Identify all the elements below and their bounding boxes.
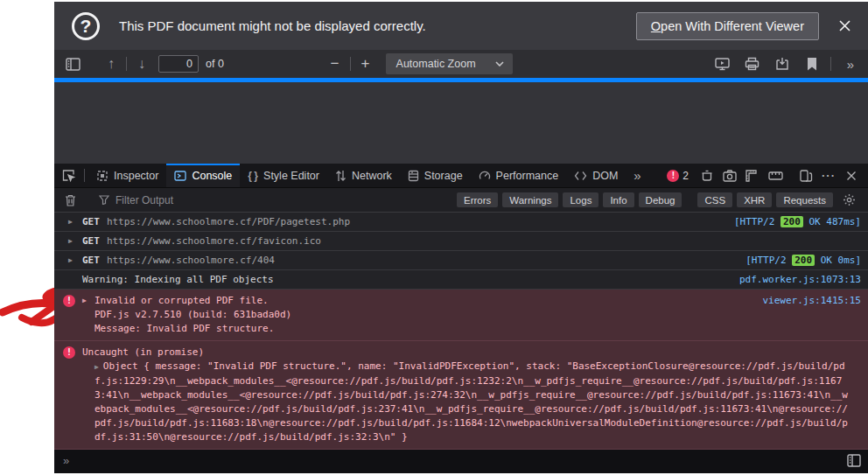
measure-icon[interactable] — [764, 171, 787, 181]
twisty-icon[interactable]: ▶ — [68, 251, 82, 269]
console-prompt: » — [63, 454, 69, 468]
tab-network[interactable]: Network — [327, 164, 400, 187]
pdf-viewer-area — [54, 82, 868, 164]
status-200-badge: 200 — [780, 216, 803, 227]
download-icon[interactable] — [771, 52, 794, 75]
open-with-different-viewer-button[interactable]: Open With Different Viewer — [636, 12, 819, 40]
page-down-icon[interactable]: ↓ — [130, 52, 153, 75]
question-circle-icon: ? — [72, 12, 100, 40]
page-number-input[interactable] — [158, 55, 199, 73]
console-row-network[interactable]: ▶ GET https://www.schoolmore.cf/favicon.… — [54, 232, 868, 251]
source-link[interactable]: viewer.js:1415:15 — [762, 294, 861, 336]
error-icon: ! — [667, 170, 679, 182]
error-icon: ! — [63, 346, 75, 359]
console-row-network[interactable]: ▶ GET https://www.schoolmore.cf/PDF/page… — [54, 213, 868, 232]
sidebar-toggle-icon[interactable] — [61, 52, 84, 75]
braces-icon: { } — [248, 170, 258, 182]
twisty-icon[interactable]: ▶ — [68, 232, 82, 250]
http-status: [HTTP/2 200 OK 487ms] — [734, 213, 861, 231]
console-filter-bar: Filter Output Errors Warnings Logs Info … — [54, 188, 868, 213]
console-input-area[interactable]: » — [54, 450, 868, 473]
filter-requests-button[interactable]: Requests — [776, 192, 833, 207]
twisty-icon[interactable]: ▶ — [94, 363, 99, 371]
filter-output-input[interactable]: Filter Output — [92, 194, 452, 206]
funnel-icon — [99, 195, 109, 205]
screenshot-camera-icon[interactable] — [718, 170, 741, 182]
tab-style-editor[interactable]: { } Style Editor — [240, 164, 327, 187]
filter-errors-button[interactable]: Errors — [457, 192, 498, 207]
inspector-icon — [96, 170, 108, 182]
console-output: ▶ GET https://www.schoolmore.cf/PDF/page… — [54, 213, 868, 450]
close-icon[interactable] — [833, 15, 856, 38]
devtools-panel: Inspector Console { } Style Editor — [54, 164, 868, 473]
tab-overflow-icon[interactable]: » — [626, 164, 647, 187]
console-row-error[interactable]: ! ▶ Invalid or corrupted PDF file. PDF.j… — [54, 290, 868, 341]
sidebar-split-toggle-icon[interactable] — [847, 454, 861, 467]
filter-logs-button[interactable]: Logs — [563, 192, 598, 207]
performance-gauge-icon — [479, 170, 491, 182]
filter-css-button[interactable]: CSS — [697, 192, 732, 207]
console-row-warning[interactable]: Warning: Indexing all PDF objects pdf.wo… — [54, 270, 868, 290]
filter-info-button[interactable]: Info — [603, 192, 634, 207]
pdf-warning-bar: ? This PDF document might not be display… — [54, 2, 868, 50]
console-settings-gear-icon[interactable] — [838, 193, 859, 206]
close-devtools-icon[interactable] — [840, 171, 863, 181]
tab-inspector[interactable]: Inspector — [88, 164, 166, 187]
presentation-mode-icon[interactable] — [711, 52, 734, 75]
status-200-badge: 200 — [792, 255, 815, 266]
clear-console-trash-icon[interactable] — [60, 194, 80, 206]
code-angle-brackets-icon — [574, 171, 587, 181]
console-icon — [174, 170, 186, 182]
twisty-icon[interactable]: ▶ — [82, 294, 94, 308]
filter-xhr-button[interactable]: XHR — [737, 192, 772, 207]
chevron-down-icon — [495, 61, 504, 66]
tab-storage[interactable]: Storage — [400, 164, 471, 187]
console-row-network[interactable]: ▶ GET https://www.schoolmore.cf/404 [HTT… — [54, 251, 868, 270]
tab-dom[interactable]: DOM — [566, 164, 626, 187]
bookmark-icon[interactable] — [801, 52, 823, 75]
storage-icon — [408, 170, 419, 182]
error-icon: ! — [63, 295, 75, 307]
tab-performance[interactable]: Performance — [471, 164, 567, 187]
paint-can-icon[interactable] — [696, 169, 718, 182]
filter-debug-button[interactable]: Debug — [639, 192, 682, 207]
devtools-tabbar: Inspector Console { } Style Editor — [54, 164, 868, 188]
zoom-select-value: Automatic Zoom — [396, 58, 476, 70]
zoom-in-icon[interactable]: + — [354, 52, 377, 75]
zoom-select[interactable]: Automatic Zoom — [386, 53, 513, 74]
meatballs-menu-icon[interactable]: ··· — [817, 169, 840, 182]
filter-warnings-button[interactable]: Warnings — [502, 192, 558, 207]
page-up-icon[interactable]: ↑ — [100, 52, 122, 75]
zoom-out-icon[interactable]: − — [324, 52, 346, 75]
pdf-toolbar: ↑ ↓ of 0 − + Automatic Zoom — [54, 50, 868, 78]
network-arrows-icon — [335, 170, 346, 182]
source-link[interactable]: pdf.worker.js:1073:13 — [739, 270, 861, 289]
responsive-design-mode-icon[interactable] — [794, 169, 817, 183]
http-status: [HTTP/2 200 OK 0ms] — [746, 251, 861, 269]
page-count-label: of 0 — [206, 58, 224, 70]
toolbar-overflow-icon[interactable]: » — [838, 52, 861, 75]
rulers-icon[interactable] — [741, 170, 764, 182]
error-count-badge[interactable]: ! 2 — [667, 170, 689, 182]
twisty-icon[interactable]: ▶ — [68, 213, 82, 231]
notification-message: This PDF document might not be displayed… — [119, 18, 426, 33]
screenshot-stage: ? This PDF document might not be display… — [0, 0, 868, 475]
browser-window: ? This PDF document might not be display… — [54, 2, 868, 473]
tab-console[interactable]: Console — [166, 164, 240, 187]
console-row-error[interactable]: ! Uncaught (in promise) ▶Object { messag… — [54, 341, 868, 450]
pick-element-icon[interactable] — [58, 164, 80, 187]
print-icon[interactable] — [741, 52, 764, 75]
